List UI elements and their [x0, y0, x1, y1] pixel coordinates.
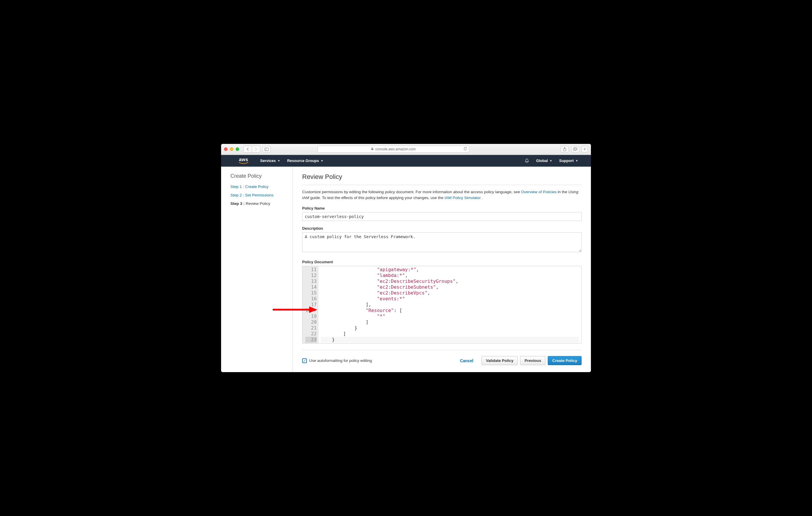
window-controls	[224, 147, 239, 151]
svg-rect-4	[573, 148, 576, 151]
description-label: Description	[302, 226, 582, 230]
checkbox-icon: ✓	[302, 358, 307, 363]
sidebar-title: Create Policy	[230, 173, 287, 179]
browser-window: console.aws.amazon.com + aws Services ▼ …	[221, 144, 591, 373]
footer-row: ✓ Use autoformatting for policy editing …	[302, 350, 582, 365]
editor-gutter: 1112131415161718 ▸1920212223	[302, 266, 319, 343]
page-title: Review Policy	[302, 173, 582, 181]
chevron-down-icon: ▼	[576, 159, 578, 162]
lock-icon	[371, 147, 374, 151]
overview-link[interactable]: Overview of Policies	[521, 190, 556, 194]
previous-button[interactable]: Previous	[520, 356, 545, 365]
share-button[interactable]	[560, 146, 569, 152]
description-textarea[interactable]	[302, 232, 582, 252]
nav-buttons	[243, 146, 260, 153]
autoformat-checkbox[interactable]: ✓ Use autoformatting for policy editing	[302, 358, 372, 363]
policy-document-label: Policy Document	[302, 260, 582, 264]
policy-name-label: Policy Name	[302, 206, 582, 211]
chevron-down-icon: ▼	[278, 159, 280, 162]
maximize-window-button[interactable]	[236, 147, 239, 151]
aws-smile-icon	[239, 162, 249, 164]
validate-policy-button[interactable]: Validate Policy	[482, 356, 518, 365]
chevron-down-icon: ▼	[550, 159, 552, 162]
minimize-window-button[interactable]	[230, 147, 233, 151]
wizard-step[interactable]: Step 2 : Set Permissions	[230, 193, 287, 197]
reload-icon[interactable]	[463, 147, 467, 152]
back-button[interactable]	[243, 146, 252, 152]
browser-right-buttons: +	[560, 146, 588, 152]
support-menu[interactable]: Support ▼	[559, 159, 578, 163]
policy-document-editor[interactable]: 1112131415161718 ▸1920212223 "apigateway…	[302, 266, 582, 344]
bell-icon	[525, 159, 529, 163]
divider	[302, 185, 582, 185]
aws-logo[interactable]: aws	[239, 157, 249, 164]
page-body: Create Policy Step 1 : Create PolicyStep…	[221, 167, 591, 373]
simulator-link[interactable]: IAM Policy Simulator	[444, 195, 481, 200]
wizard-sidebar: Create Policy Step 1 : Create PolicyStep…	[221, 167, 293, 373]
url-text: console.aws.amazon.com	[375, 147, 416, 151]
close-window-button[interactable]	[224, 147, 228, 151]
svg-rect-0	[265, 148, 269, 151]
chevron-down-icon: ▼	[321, 159, 323, 162]
sidebar-toggle-button[interactable]	[262, 146, 271, 152]
svg-rect-2	[371, 148, 373, 150]
svg-rect-5	[574, 148, 577, 150]
create-policy-button[interactable]: Create Policy	[548, 356, 582, 365]
resource-groups-menu[interactable]: Resource Groups ▼	[287, 159, 323, 163]
region-menu[interactable]: Global ▼	[536, 159, 552, 163]
services-menu[interactable]: Services ▼	[260, 159, 280, 163]
notifications-button[interactable]	[525, 159, 529, 163]
forward-button[interactable]	[252, 146, 260, 152]
cancel-button[interactable]: Cancel	[460, 358, 473, 363]
intro-text: Customize permissions by editing the fol…	[302, 189, 582, 201]
browser-chrome: console.aws.amazon.com +	[221, 144, 591, 155]
main-content: Review Policy Customize permissions by e…	[293, 167, 591, 373]
aws-header: aws Services ▼ Resource Groups ▼ Global …	[221, 155, 591, 167]
policy-name-input[interactable]	[302, 212, 582, 221]
address-bar[interactable]: console.aws.amazon.com	[318, 146, 469, 153]
new-tab-button[interactable]: +	[582, 146, 588, 152]
tabs-button[interactable]	[571, 146, 579, 152]
wizard-step: Step 3 : Review Policy	[230, 201, 287, 206]
wizard-step[interactable]: Step 1 : Create Policy	[230, 185, 287, 189]
editor-body[interactable]: "apigateway:*", "lambda:*", "ec2:Describ…	[319, 266, 581, 343]
